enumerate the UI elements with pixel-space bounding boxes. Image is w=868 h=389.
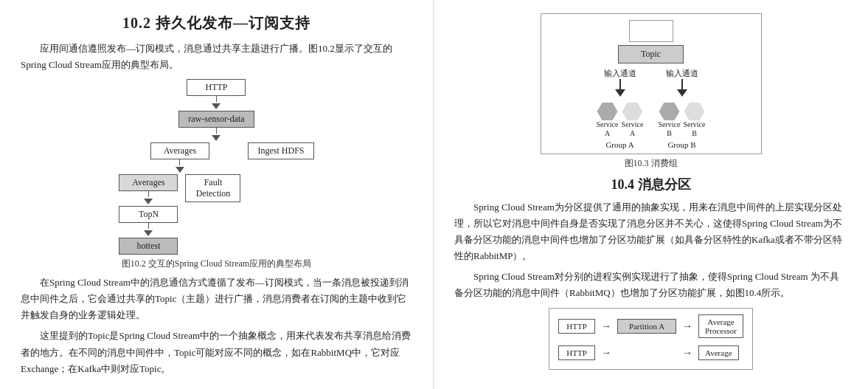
- service-a1-box: ServiceA: [597, 103, 619, 138]
- flow-chart: HTTP raw-sensor-data Averages: [119, 79, 313, 255]
- group-b: ServiceB ServiceB Group B: [659, 103, 706, 149]
- input-channel-1-label: 输入通道: [604, 68, 636, 79]
- partition-row-2: HTTP → → Average: [558, 345, 743, 360]
- fault-box: Fault Detection: [185, 174, 240, 202]
- big-arrow-1: [615, 79, 625, 97]
- group-a-label: Group A: [605, 140, 633, 149]
- service-a2-box: ServiceA: [622, 103, 644, 138]
- right-para1: Spring Cloud Stream为分区提供了通用的抽象实现，用来在消息中间…: [454, 199, 847, 264]
- avg2-box: Average: [698, 345, 738, 360]
- partition-a-box: Partition A: [617, 319, 676, 334]
- service-b2-label: ServiceB: [684, 120, 706, 138]
- http-box: HTTP: [187, 79, 246, 96]
- arrow-right-4: →: [682, 347, 692, 359]
- service-b1-label: ServiceB: [659, 120, 681, 138]
- input-channel-2-label: 输入通道: [666, 68, 698, 79]
- ingest-col: Ingest HDFS: [248, 142, 313, 159]
- ingest-box: Ingest HDFS: [248, 142, 313, 159]
- partition-diagram-container: HTTP → Partition A → Average Processor H…: [454, 308, 847, 370]
- left-para1: 应用间通信遵照发布—订阅模式，消息通过共享主题进行广播。图10.2显示了交互的S…: [21, 41, 412, 73]
- http2-box: HTTP: [558, 345, 595, 360]
- averages2-col: Averages TopN hottest: [119, 174, 178, 255]
- right-para2: Spring Cloud Stream对分别的进程实例实现进行了抽象，使得Spr…: [454, 269, 847, 301]
- section-title-10-4: 10.4 消息分区: [454, 176, 847, 193]
- arrow3: [176, 159, 184, 174]
- service-b1-box: ServiceB: [659, 103, 681, 138]
- raw-sensor-box: raw-sensor-data: [178, 111, 254, 128]
- branch-row-1: Averages Averages TopN: [119, 142, 313, 255]
- service-group-row: ServiceA ServiceA Group A Servi: [597, 103, 706, 149]
- group-b-boxes: ServiceB ServiceB: [659, 103, 706, 138]
- consumer-diagram-container: Topic 输入通道 输入通道: [454, 13, 847, 154]
- service-a1-label: ServiceA: [597, 120, 619, 138]
- service-a2-label: ServiceA: [622, 120, 644, 138]
- arrow-right-1: →: [601, 320, 611, 332]
- group-b-label: Group B: [667, 140, 695, 149]
- arrow2: [212, 128, 221, 142]
- hottest-box: hottest: [119, 238, 178, 255]
- left-para3: 这里提到的Topic是Spring Cloud Stream中的一个抽象概念，用…: [21, 328, 412, 376]
- service-b2-box: ServiceB: [684, 103, 706, 138]
- left-arrow-group: 输入通道: [604, 68, 636, 97]
- service-a1-hex: [597, 103, 618, 120]
- partition-diagram: HTTP → Partition A → Average Processor H…: [549, 308, 753, 370]
- avg-processor-box: Average Processor: [698, 314, 743, 338]
- arrows-row: 输入通道 输入通道: [604, 68, 698, 97]
- consumer-diagram: Topic 输入通道 输入通道: [541, 13, 762, 154]
- service-b2-hex: [684, 103, 705, 120]
- averages1-box: Averages: [150, 142, 209, 159]
- group-a: ServiceA ServiceA Group A: [597, 103, 644, 149]
- arrow4: [144, 191, 153, 206]
- topn-box: TopN: [119, 206, 178, 223]
- partition-row-1: HTTP → Partition A → Average Processor: [558, 314, 743, 338]
- diagram-label-10-3: 图10.3 消费组: [454, 157, 847, 170]
- group-a-boxes: ServiceA ServiceA: [597, 103, 644, 138]
- arrow1: [212, 96, 221, 111]
- inner-branch: Averages TopN hottest: [119, 174, 240, 255]
- diagram-label-10-2: 图10.2 交互的Spring Cloud Stream应用的典型布局: [21, 258, 412, 270]
- fault-col: Fault Detection: [185, 174, 240, 202]
- arrow-right-2: →: [682, 320, 692, 332]
- big-arrow-2: [677, 79, 687, 97]
- topic-rect-top: [629, 20, 673, 42]
- arrow-right-3: →: [601, 347, 611, 359]
- service-b1-hex: [659, 103, 680, 120]
- http1-box: HTTP: [558, 319, 595, 334]
- service-a2-hex: [622, 103, 643, 120]
- flow-diagram: HTTP raw-sensor-data Averages: [21, 79, 412, 255]
- topic-box: Topic: [618, 45, 684, 63]
- averages1-col: Averages Averages TopN: [119, 142, 240, 255]
- arrow5: [144, 223, 153, 238]
- left-panel: 10.2 持久化发布—订阅支持 应用间通信遵照发布—订阅模式，消息通过共享主题进…: [0, 0, 434, 389]
- averages2-box: Averages: [119, 174, 178, 191]
- section-title-10-2: 10.2 持久化发布—订阅支持: [21, 13, 412, 33]
- right-panel: Topic 输入通道 输入通道: [434, 0, 868, 389]
- right-arrow-group: 输入通道: [666, 68, 698, 97]
- left-para2: 在Spring Cloud Stream中的消息通信方式遵循了发布—订阅模式，当…: [21, 275, 412, 323]
